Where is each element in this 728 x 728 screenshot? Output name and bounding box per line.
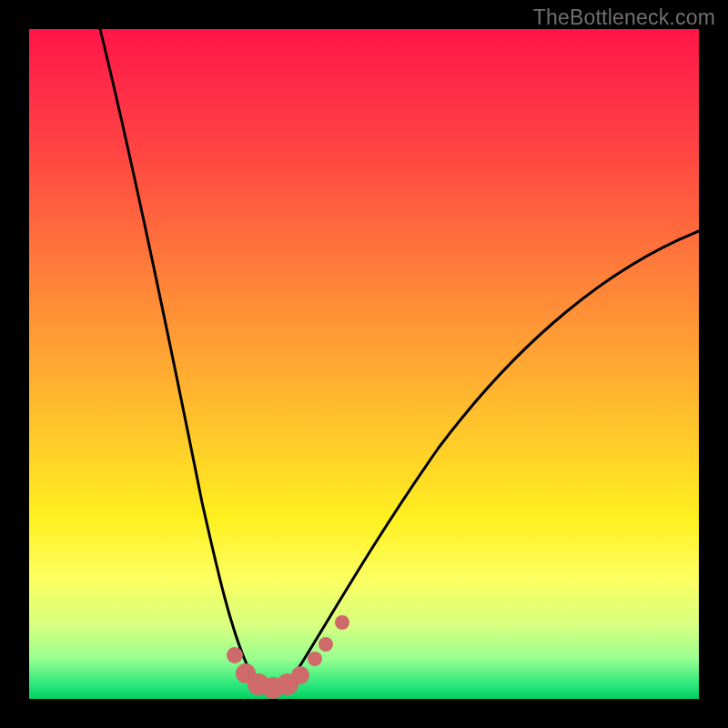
marker-dot — [335, 615, 349, 630]
chart-frame: TheBottleneck.com — [0, 0, 728, 728]
marker-dot — [318, 637, 333, 652]
chart-svg — [29, 29, 699, 699]
marker-dot — [227, 647, 243, 663]
marker-dot — [291, 666, 309, 684]
watermark-text: TheBottleneck.com — [533, 5, 715, 30]
marker-dot — [308, 652, 322, 666]
bottleneck-curve — [100, 29, 699, 690]
chart-plot-area — [29, 29, 699, 699]
